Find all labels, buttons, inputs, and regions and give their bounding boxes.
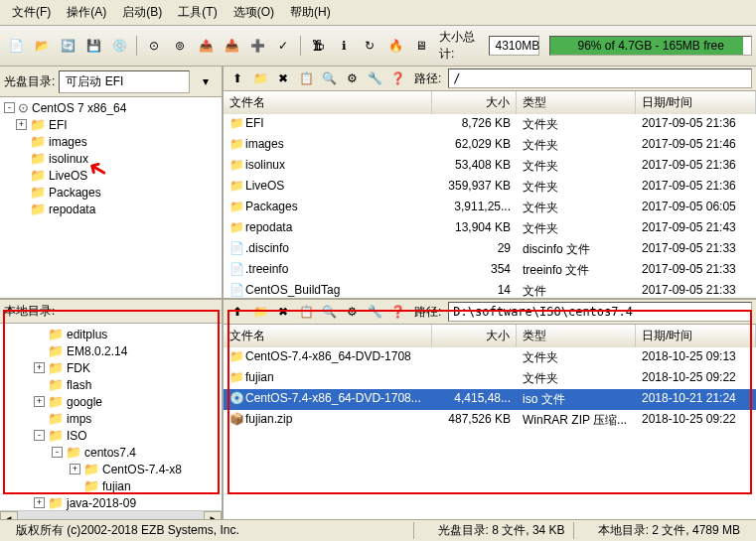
menubar: 文件(F)操作(A)启动(B)工具(T)选项(O)帮助(H)	[0, 0, 756, 26]
list-row[interactable]: 📁LiveOS 359,937 KB 文件夹 2017-09-05 21:36	[224, 177, 756, 198]
tree-expander[interactable]: -	[52, 447, 63, 458]
tree-item[interactable]: +📁EFI	[2, 116, 220, 133]
info-icon[interactable]: ℹ	[332, 34, 356, 58]
disc-file-list[interactable]: 文件名 大小 类型 日期/时间 📁EFI 8,726 KB 文件夹 2017-0…	[224, 91, 756, 298]
col-type[interactable]: 类型	[517, 325, 636, 347]
menu-item[interactable]: 操作(A)	[59, 2, 114, 23]
help-icon[interactable]: ❓	[387, 68, 407, 88]
extract-icon[interactable]: 📤	[194, 34, 218, 58]
tree-expander[interactable]: +	[34, 362, 45, 373]
list-row[interactable]: 📁repodata 13,904 KB 文件夹 2017-09-05 21:43	[224, 218, 756, 239]
find-icon[interactable]: 🔍	[319, 68, 339, 88]
menu-item[interactable]: 帮助(H)	[282, 2, 339, 23]
copy-icon[interactable]: 📋	[296, 302, 316, 322]
tree-item[interactable]: -⊙CentOS 7 x86_64	[2, 99, 220, 116]
list-row[interactable]: 📄.treeinfo 354 treeinfo 文件 2017-09-05 21…	[224, 260, 756, 281]
list-header[interactable]: 文件名 大小 类型 日期/时间	[224, 91, 756, 114]
list-row[interactable]: 📁isolinux 53,408 KB 文件夹 2017-09-05 21:36	[224, 156, 756, 177]
tree-expander[interactable]: +	[34, 497, 45, 508]
col-type[interactable]: 类型	[517, 91, 636, 114]
tree-expander[interactable]: +	[16, 119, 27, 130]
tree-item[interactable]: 📁fujian	[2, 477, 220, 494]
help-icon[interactable]: ❓	[387, 302, 407, 322]
tree-expander[interactable]: -	[34, 430, 45, 441]
disc-dir-label: 光盘目录:	[4, 73, 55, 90]
checksum-icon[interactable]: ✓	[271, 34, 295, 58]
reload-icon[interactable]: ↻	[358, 34, 381, 58]
tree-item[interactable]: 📁EM8.0.2.14	[2, 342, 220, 359]
tree-expander[interactable]: +	[34, 396, 45, 407]
tree-item[interactable]: 📁images	[2, 133, 220, 150]
new-folder-icon[interactable]: 📁	[250, 302, 270, 322]
tree-item[interactable]: -📁centos7.4	[2, 444, 220, 461]
disc-path-input[interactable]	[448, 68, 752, 88]
virtual-icon[interactable]: 🖥	[409, 34, 433, 58]
saveas-icon[interactable]: 💿	[107, 34, 131, 58]
dvd-icon[interactable]: ⊚	[168, 34, 192, 58]
delete-icon[interactable]: ✖	[273, 302, 293, 322]
disc-tree[interactable]: -⊙CentOS 7 x86_64+📁EFI📁images📁isolinux📁L…	[0, 97, 222, 298]
local-tree[interactable]: 📁editplus📁EM8.0.2.14+📁FDK📁flash+📁google📁…	[0, 324, 222, 510]
menu-item[interactable]: 启动(B)	[114, 2, 170, 23]
newfile-icon[interactable]: 📋	[296, 68, 316, 88]
up-icon[interactable]: ⬆	[227, 302, 247, 322]
file-type-icon: 📁	[229, 116, 245, 130]
col-size[interactable]: 大小	[432, 325, 517, 347]
boot-opts-icon[interactable]: ▾	[194, 69, 218, 93]
file-date: 2017-09-05 21:33	[636, 282, 756, 298]
open-icon[interactable]: 📂	[30, 34, 54, 58]
list-row[interactable]: 💿CentOS-7.4-x86_64-DVD-1708... 4,415,48.…	[224, 389, 756, 410]
list-row[interactable]: 📁fujian 文件夹 2018-10-25 09:22	[224, 368, 756, 389]
compress-icon[interactable]: 🗜	[306, 34, 330, 58]
view-icon[interactable]: ⚙	[342, 302, 362, 322]
mount-icon[interactable]: 📥	[220, 34, 243, 58]
up-icon[interactable]: ⬆	[227, 68, 247, 88]
opts-icon[interactable]: 🔧	[365, 302, 384, 322]
cd-icon[interactable]: ⊙	[142, 34, 166, 58]
opts-icon[interactable]: 🔧	[365, 68, 384, 88]
col-filename[interactable]: 文件名	[224, 91, 432, 114]
burn-icon[interactable]: 🔥	[383, 34, 407, 58]
local-path-input[interactable]	[448, 302, 752, 322]
local-dir-label: 本地目录:	[0, 300, 222, 324]
tree-item[interactable]: +📁java-2018-09	[2, 494, 220, 510]
tree-item[interactable]: -📁ISO	[2, 427, 220, 444]
list-row[interactable]: 📁EFI 8,726 KB 文件夹 2017-09-05 21:36	[224, 114, 756, 135]
save-icon[interactable]: 💾	[81, 34, 105, 58]
boot-type-field[interactable]: 可启动 EFI	[59, 70, 190, 93]
col-date[interactable]: 日期/时间	[636, 325, 756, 347]
tree-item[interactable]: +📁FDK	[2, 359, 220, 376]
col-size[interactable]: 大小	[432, 91, 517, 114]
view-icon[interactable]: ⚙	[342, 68, 362, 88]
list-row[interactable]: 📁Packages 3,911,25... 文件夹 2017-09-05 06:…	[224, 198, 756, 218]
col-filename[interactable]: 文件名	[224, 325, 432, 347]
list-row[interactable]: 📄.discinfo 29 discinfo 文件 2017-09-05 21:…	[224, 239, 756, 260]
new-icon[interactable]: 📄	[4, 34, 28, 58]
list-header[interactable]: 文件名 大小 类型 日期/时间	[224, 325, 756, 347]
new-folder-icon[interactable]: 📁	[250, 68, 270, 88]
tree-item[interactable]: 📁LiveOS	[2, 167, 220, 184]
list-row[interactable]: 📦fujian.zip 487,526 KB WinRAR ZIP 压缩... …	[224, 410, 756, 431]
tree-item[interactable]: 📁editplus	[2, 326, 220, 342]
delete-icon[interactable]: ✖	[273, 68, 293, 88]
menu-item[interactable]: 工具(T)	[170, 2, 225, 23]
list-row[interactable]: 📄CentOS_BuildTag 14 文件 2017-09-05 21:33	[224, 281, 756, 298]
tree-item[interactable]: 📁Packages	[2, 184, 220, 201]
add-icon[interactable]: ➕	[245, 34, 269, 58]
menu-item[interactable]: 文件(F)	[4, 2, 59, 23]
local-file-list[interactable]: 文件名 大小 类型 日期/时间 📁CentOS-7.4-x86_64-DVD-1…	[224, 325, 756, 526]
tree-expander[interactable]: -	[4, 102, 15, 113]
tree-item[interactable]: 📁imps	[2, 410, 220, 427]
list-row[interactable]: 📁CentOS-7.4-x86_64-DVD-1708 文件夹 2018-10-…	[224, 347, 756, 368]
tree-item[interactable]: +📁CentOS-7.4-x8	[2, 461, 220, 477]
tree-item[interactable]: +📁google	[2, 393, 220, 410]
col-date[interactable]: 日期/时间	[636, 91, 756, 114]
tree-expander[interactable]: +	[70, 464, 80, 474]
tree-item[interactable]: 📁repodata	[2, 201, 220, 217]
refresh-icon[interactable]: 🔄	[56, 34, 79, 58]
menu-item[interactable]: 选项(O)	[226, 2, 282, 23]
tree-item[interactable]: 📁isolinux	[2, 150, 220, 167]
find-icon[interactable]: 🔍	[319, 302, 339, 322]
tree-item[interactable]: 📁flash	[2, 376, 220, 393]
list-row[interactable]: 📁images 62,029 KB 文件夹 2017-09-05 21:46	[224, 135, 756, 156]
